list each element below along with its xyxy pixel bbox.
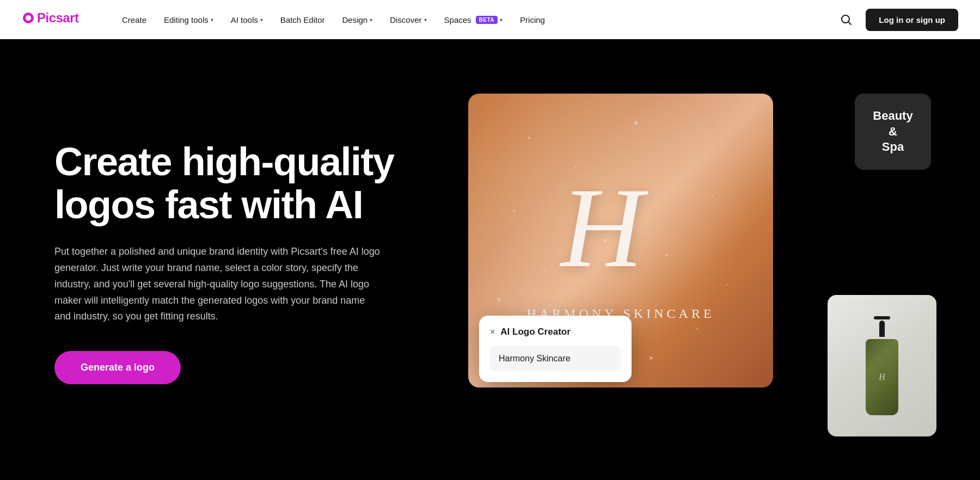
beauty-spa-label: Beauty&Spa: [873, 108, 912, 155]
svg-text:H: H: [559, 164, 649, 280]
chevron-down-icon: ▾: [500, 17, 503, 23]
beta-badge: BETA: [476, 16, 498, 24]
nav-batch-editor[interactable]: Batch Editor: [272, 11, 334, 29]
bottle-label: H: [879, 372, 885, 382]
search-button[interactable]: [835, 9, 857, 30]
beauty-spa-tag: Beauty&Spa: [855, 94, 931, 170]
nav-pricing[interactable]: Pricing: [511, 11, 554, 29]
chevron-down-icon: ▾: [424, 17, 427, 23]
bottle-body: H: [866, 339, 898, 415]
harmony-monogram: H: [550, 160, 691, 298]
logo-text: Picsart: [22, 8, 87, 32]
chevron-down-icon: ▾: [370, 17, 372, 23]
nav-editing-tools[interactable]: Editing tools ▾: [155, 11, 222, 29]
chevron-down-icon: ▾: [260, 17, 263, 23]
product-card: H: [828, 295, 936, 436]
hero-section: Create high-quality logos fast with AI P…: [0, 39, 980, 480]
nav-discover[interactable]: Discover ▾: [381, 11, 435, 29]
monogram-svg: H: [550, 160, 691, 280]
logo[interactable]: Picsart: [22, 8, 87, 32]
nav-design[interactable]: Design ▾: [334, 11, 382, 29]
search-icon: [840, 13, 853, 26]
nav-right: Log in or sign up: [835, 9, 958, 31]
bottle-pump: [879, 321, 885, 337]
nav-ai-tools[interactable]: AI tools ▾: [222, 11, 272, 29]
ai-logo-popup: × AI Logo Creator: [479, 316, 632, 382]
svg-point-1: [26, 15, 31, 21]
nav-links: Create Editing tools ▾ AI tools ▾ Batch …: [113, 11, 835, 29]
nav-spaces[interactable]: Spaces BETA ▾: [436, 11, 512, 29]
hero-description: Put together a polished and unique brand…: [54, 244, 381, 324]
popup-header: × AI Logo Creator: [490, 327, 621, 337]
popup-title: AI Logo Creator: [500, 327, 570, 337]
bottle-pump-arm: [874, 316, 890, 319]
hero-visual: Beauty&Spa H Harmony Skincare × AI Logo …: [468, 72, 926, 453]
navbar: Picsart Create Editing tools ▾ AI tools …: [0, 0, 980, 39]
chevron-down-icon: ▾: [211, 17, 213, 23]
generate-logo-button[interactable]: Generate a logo: [54, 351, 181, 384]
login-button[interactable]: Log in or sign up: [866, 9, 958, 31]
product-bottle: H: [866, 316, 898, 415]
nav-create[interactable]: Create: [113, 11, 155, 29]
hero-title: Create high-quality logos fast with AI: [54, 140, 436, 226]
popup-close-icon[interactable]: ×: [490, 327, 495, 337]
svg-text:Picsart: Picsart: [37, 10, 79, 25]
hero-content: Create high-quality logos fast with AI P…: [54, 140, 436, 384]
ai-logo-input[interactable]: [490, 346, 621, 371]
